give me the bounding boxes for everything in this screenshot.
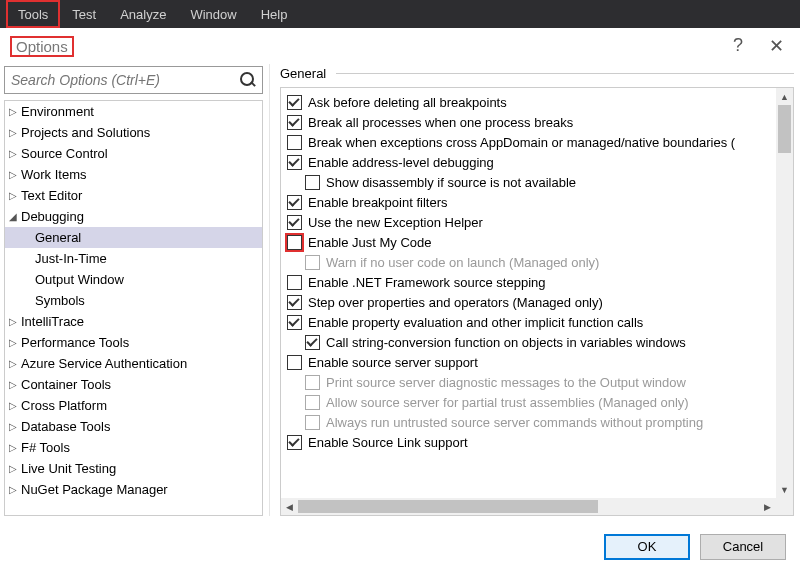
left-pane: ▷Environment▷Projects and Solutions▷Sour… [0,64,270,516]
checkbox[interactable] [287,135,302,150]
search-input[interactable] [5,72,238,88]
tree-label: Debugging [21,209,84,224]
caret-right-icon[interactable]: ▷ [9,463,19,474]
tree-node[interactable]: ▷Azure Service Authentication [5,353,262,374]
caret-right-icon[interactable]: ▷ [9,442,19,453]
tree-node[interactable]: ▷Database Tools [5,416,262,437]
ok-button[interactable]: OK [604,534,690,560]
checkbox [305,375,320,390]
tree-node[interactable]: ▷Work Items [5,164,262,185]
checkbox[interactable] [287,355,302,370]
checkbox[interactable] [305,335,320,350]
checkbox[interactable] [287,215,302,230]
option-row[interactable]: Enable Source Link support [287,432,776,452]
caret-right-icon[interactable]: ▷ [9,169,19,180]
caret-right-icon[interactable]: ▷ [9,358,19,369]
checkbox[interactable] [287,275,302,290]
option-row[interactable]: Use the new Exception Helper [287,212,776,232]
tree-node[interactable]: ◢Debugging [5,206,262,227]
option-label: Enable address-level debugging [308,155,494,170]
tree-node[interactable]: ▷Environment [5,101,262,122]
scroll-thumb[interactable] [298,500,598,513]
option-row[interactable]: Ask before deleting all breakpoints [287,92,776,112]
menu-window[interactable]: Window [178,0,248,28]
tree-node[interactable]: Output Window [5,269,262,290]
option-row[interactable]: Enable .NET Framework source stepping [287,272,776,292]
caret-right-icon[interactable]: ▷ [9,127,19,138]
caret-right-icon[interactable]: ▷ [9,379,19,390]
caret-right-icon[interactable]: ▷ [9,337,19,348]
cancel-button[interactable]: Cancel [700,534,786,560]
menu-analyze[interactable]: Analyze [108,0,178,28]
caret-right-icon[interactable]: ▷ [9,400,19,411]
tree-node[interactable]: ▷NuGet Package Manager [5,479,262,500]
option-row[interactable]: Enable breakpoint filters [287,192,776,212]
tree-node[interactable]: Symbols [5,290,262,311]
tree-node[interactable]: Just-In-Time [5,248,262,269]
option-row[interactable]: Step over properties and operators (Mana… [287,292,776,312]
scroll-down-icon[interactable]: ▼ [776,481,793,498]
checkbox[interactable] [287,195,302,210]
help-icon[interactable]: ? [733,35,743,57]
tree-label: Container Tools [21,377,111,392]
option-row[interactable]: Break when exceptions cross AppDomain or… [287,132,776,152]
tree-node[interactable]: ▷F# Tools [5,437,262,458]
tree-node[interactable]: ▷Cross Platform [5,395,262,416]
option-row[interactable]: Show disassembly if source is not availa… [287,172,776,192]
option-row: Print source server diagnostic messages … [287,372,776,392]
checkbox[interactable] [287,315,302,330]
tree-node[interactable]: ▷Text Editor [5,185,262,206]
option-label: Call string-conversion function on objec… [326,335,686,350]
options-panel: Ask before deleting all breakpointsBreak… [280,87,794,516]
vertical-scrollbar[interactable]: ▲ ▼ [776,88,793,498]
tree-node[interactable]: ▷IntelliTrace [5,311,262,332]
option-row[interactable]: Enable Just My Code [287,232,776,252]
caret-right-icon[interactable]: ▷ [9,484,19,495]
checkbox[interactable] [305,175,320,190]
tree-node[interactable]: General [5,227,262,248]
option-row[interactable]: Call string-conversion function on objec… [287,332,776,352]
scroll-right-icon[interactable]: ▶ [759,498,776,515]
option-label: Enable .NET Framework source stepping [308,275,545,290]
menu-help[interactable]: Help [249,0,300,28]
tree-label: Live Unit Testing [21,461,116,476]
caret-right-icon[interactable]: ▷ [9,316,19,327]
horizontal-scrollbar[interactable]: ◀ ▶ [281,498,776,515]
scroll-up-icon[interactable]: ▲ [776,88,793,105]
caret-right-icon[interactable]: ▷ [9,148,19,159]
search-box[interactable] [4,66,263,94]
checkbox[interactable] [287,115,302,130]
scroll-left-icon[interactable]: ◀ [281,498,298,515]
menu-tools[interactable]: Tools [6,0,60,28]
tree-node[interactable]: ▷Projects and Solutions [5,122,262,143]
option-row[interactable]: Break all processes when one process bre… [287,112,776,132]
option-row[interactable]: Enable property evaluation and other imp… [287,312,776,332]
checkbox[interactable] [287,435,302,450]
option-row[interactable]: Enable source server support [287,352,776,372]
checkbox[interactable] [287,155,302,170]
caret-down-icon[interactable]: ◢ [9,211,19,222]
checkbox[interactable] [287,295,302,310]
search-icon[interactable] [238,70,258,90]
category-tree[interactable]: ▷Environment▷Projects and Solutions▷Sour… [4,100,263,516]
close-icon[interactable]: ✕ [769,35,784,57]
dialog-title: Options [10,36,74,57]
scroll-corner [776,498,793,515]
scroll-thumb[interactable] [778,105,791,153]
option-label: Allow source server for partial trust as… [326,395,689,410]
tree-node[interactable]: ▷Live Unit Testing [5,458,262,479]
menu-test[interactable]: Test [60,0,108,28]
option-row[interactable]: Enable address-level debugging [287,152,776,172]
checkbox[interactable] [287,95,302,110]
tree-node[interactable]: ▷Performance Tools [5,332,262,353]
tree-label: Text Editor [21,188,82,203]
tree-label: NuGet Package Manager [21,482,168,497]
checkbox[interactable] [287,235,302,250]
option-row: Always run untrusted source server comma… [287,412,776,432]
tree-node[interactable]: ▷Source Control [5,143,262,164]
caret-right-icon[interactable]: ▷ [9,421,19,432]
caret-right-icon[interactable]: ▷ [9,190,19,201]
caret-right-icon[interactable]: ▷ [9,106,19,117]
tree-label: Symbols [35,293,85,308]
tree-node[interactable]: ▷Container Tools [5,374,262,395]
